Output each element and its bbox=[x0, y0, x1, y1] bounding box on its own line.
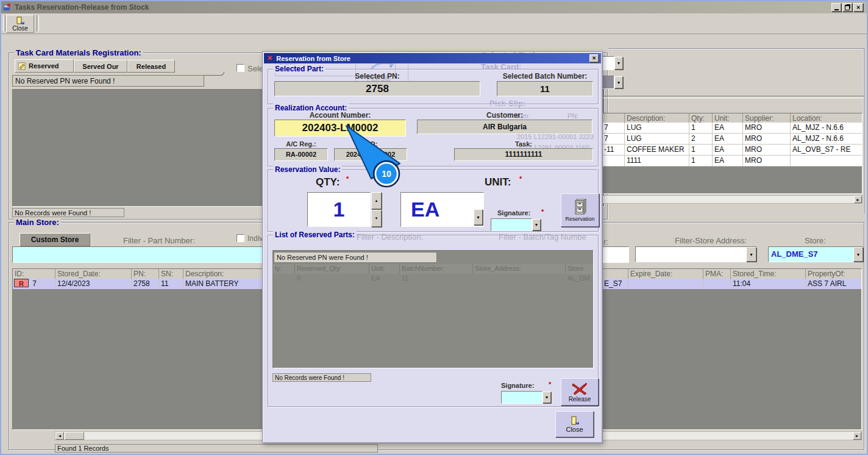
wo-label: WO: bbox=[334, 140, 407, 148]
selected-batch-value: 11 bbox=[497, 81, 593, 96]
tab-served-our[interactable]: Served Our bbox=[74, 60, 127, 73]
customer-label: Customer: bbox=[417, 111, 592, 120]
store-address-dropdown-icon[interactable]: ▼ bbox=[746, 247, 756, 262]
col-property-of: PropertyOf: bbox=[806, 269, 861, 279]
reservation-button[interactable]: Reservation bbox=[561, 193, 599, 227]
task-value: 1111111111 bbox=[454, 148, 593, 161]
realization-account-group: Realization Account: Account Number: 202… bbox=[268, 108, 599, 167]
scrollbar-thumb[interactable] bbox=[65, 432, 84, 440]
toolbar-divider bbox=[37, 15, 39, 31]
qty-input[interactable]: 1 bbox=[307, 192, 371, 227]
select-checkbox-label: Sele bbox=[247, 64, 263, 73]
qty-label: QTY: bbox=[316, 176, 340, 188]
toolbar: Close bbox=[1, 13, 867, 34]
signature-dropdown-icon[interactable]: ▼ bbox=[532, 219, 541, 231]
pick-slip-row[interactable]: 7LUG1EAMROAL_MJZ - N.6.6 bbox=[602, 123, 862, 134]
col-unit: Unit: bbox=[713, 113, 743, 123]
store-dropdown-icon[interactable]: ▼ bbox=[853, 247, 863, 262]
signature-label: Signature: bbox=[497, 209, 530, 217]
reservation-value-group: Reservation Value: QTY: * 1 ▲ ▼ UNIT: * … bbox=[268, 170, 599, 232]
filter-batch-label-fragment: r: bbox=[603, 238, 608, 246]
filter-part-number-input[interactable] bbox=[12, 246, 263, 263]
close-window-icon[interactable]: ✕ bbox=[853, 3, 863, 12]
note-edit-icon bbox=[18, 62, 26, 70]
minimize-icon[interactable] bbox=[831, 3, 841, 12]
col-stored-date: Stored_Date: bbox=[55, 269, 132, 279]
pick-slip-row[interactable]: -11COFFEE MAKER1EAMROAL_OVB_S7 - RE bbox=[602, 145, 862, 156]
ac-reg-label: A/C Reg.: bbox=[274, 140, 328, 148]
task-card-combo-field[interactable] bbox=[602, 56, 614, 70]
scroll-left-icon[interactable]: ◄ bbox=[55, 432, 64, 440]
dialog-close-icon[interactable]: ✕ bbox=[589, 54, 599, 62]
tab-reserved-label: Reserved bbox=[29, 62, 59, 70]
toolbar-close-button[interactable]: Close bbox=[6, 15, 34, 33]
col-stored-time: Stored_Time: bbox=[731, 269, 806, 279]
scroll-right-icon[interactable]: ► bbox=[854, 196, 862, 203]
no-reserved-pn-label: No Reserved PN were Found ! bbox=[12, 75, 204, 87]
release-signature-required-marker: * bbox=[549, 381, 551, 388]
unit-label: UNIT: bbox=[485, 176, 511, 188]
task-combo-dropdown-icon[interactable]: ▼ bbox=[614, 76, 623, 88]
col-pn: PN: bbox=[132, 269, 159, 279]
pick-slip-table: Description:Qty:Unit:Supplier:Location: … bbox=[602, 113, 863, 194]
reserved-parts-group: List of Reserved Parts: Filter - Descrip… bbox=[268, 235, 599, 407]
scroll-right-icon[interactable]: ► bbox=[853, 432, 861, 440]
filter-batch-input[interactable] bbox=[602, 246, 629, 263]
reservation-button-label: Reservation bbox=[565, 216, 594, 222]
no-records-label: No Records were Found ! bbox=[12, 208, 124, 217]
pick-slip-row[interactable]: 11111EAMRO bbox=[602, 156, 862, 167]
selected-pn-value: 2758 bbox=[274, 81, 480, 96]
col-description: Description: bbox=[625, 113, 689, 123]
row-status-badge: R bbox=[14, 279, 29, 287]
col-partial bbox=[602, 113, 625, 123]
ghost-filter-batch: Filter - Batch/Tag Numbe bbox=[499, 232, 586, 242]
individual-checkbox[interactable] bbox=[237, 234, 244, 242]
toolbar-close-label: Close bbox=[12, 25, 28, 32]
reservation-dialog: Selected Task: Task Card: Pick-Slip: DEM… bbox=[262, 51, 603, 443]
release-signature-label: Signature: bbox=[501, 382, 534, 389]
tab-released[interactable]: Released bbox=[127, 60, 175, 73]
file-cabinet-icon bbox=[573, 199, 588, 216]
dialog-close-button[interactable]: Close bbox=[555, 411, 594, 437]
qty-spin-up-icon[interactable]: ▲ bbox=[371, 192, 382, 209]
unit-combo[interactable]: EA ▼ bbox=[400, 192, 484, 227]
pick-slip-row[interactable]: 7LUG2EAMROAL_MJZ - N.6.6 bbox=[602, 134, 862, 145]
account-number-value: 202403-LM0002 bbox=[274, 120, 406, 137]
store-combo[interactable]: AL_DME_S7 bbox=[768, 246, 864, 262]
col-pma: PMA: bbox=[703, 269, 731, 279]
wo-value: 202403-LM0002 bbox=[334, 148, 407, 161]
tab-released-label: Released bbox=[137, 63, 166, 70]
task-card-combo-dropdown-icon[interactable]: ▼ bbox=[614, 57, 623, 70]
dialog-titlebar[interactable]: ✕ Reservation from Store ✕ bbox=[264, 53, 601, 63]
filter-store-address-combo[interactable] bbox=[635, 246, 757, 262]
pick-slip-hscrollbar[interactable]: ► bbox=[602, 195, 863, 204]
dialog-close-button-label: Close bbox=[566, 426, 583, 433]
release-button[interactable]: Release bbox=[561, 378, 599, 406]
signature-combo[interactable] bbox=[491, 218, 532, 231]
no-reserved-parts-label: No Reserved PN were Found ! bbox=[274, 252, 437, 263]
custom-store-button[interactable]: Custom Store bbox=[20, 233, 90, 246]
app-icon bbox=[4, 4, 11, 11]
qty-required-marker: * bbox=[346, 175, 349, 182]
unit-dropdown-icon[interactable]: ▼ bbox=[474, 209, 483, 225]
account-number-label: Account Number: bbox=[274, 111, 406, 120]
col-sn: SN: bbox=[159, 269, 183, 279]
col-store-stub bbox=[602, 269, 628, 279]
tab-reserved[interactable]: Reserved bbox=[15, 59, 74, 73]
task-card-materials-title: Task Card Materials Registration: bbox=[14, 48, 143, 57]
task-label: Task: bbox=[454, 140, 593, 148]
dialog-app-icon: ✕ bbox=[267, 54, 272, 62]
select-checkbox[interactable] bbox=[237, 64, 244, 72]
qty-spin-down-icon[interactable]: ▼ bbox=[371, 210, 382, 227]
release-signature-combo[interactable] bbox=[501, 391, 542, 404]
window-controls: ✕ bbox=[830, 3, 863, 12]
pick-slip-header-row: Description:Qty:Unit:Supplier:Location: bbox=[602, 113, 862, 123]
restore-icon[interactable] bbox=[842, 3, 852, 12]
col-id: ID: bbox=[13, 269, 55, 279]
store-label: Store: bbox=[805, 236, 826, 245]
selected-part-group: Selected Part: Selected PN: 2758 Selecte… bbox=[268, 69, 599, 104]
app-window: Tasks Reservation-Release from Stock ✕ C… bbox=[0, 0, 868, 455]
dialog-no-records-label: No Records were Found ! bbox=[272, 373, 371, 382]
release-signature-dropdown-icon[interactable]: ▼ bbox=[542, 392, 551, 403]
task-combo-field[interactable] bbox=[602, 76, 614, 89]
